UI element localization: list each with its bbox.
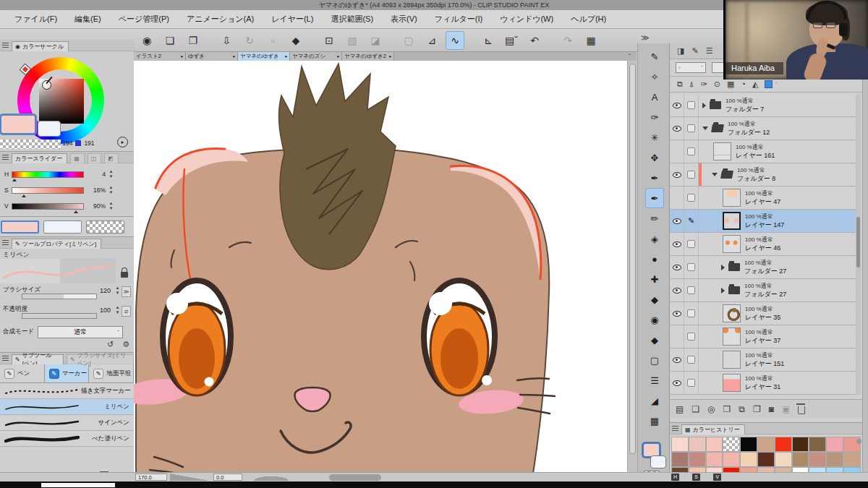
color-history-swatch[interactable] [792,452,809,467]
tool-button[interactable]: ◈ [645,228,664,249]
blend-mode-select[interactable]: 通常 ˇ [38,326,123,338]
color-history-swatch[interactable] [723,437,740,452]
tool-button[interactable]: ▦ [645,411,664,431]
color-history-swatch[interactable] [706,437,723,452]
wrench-icon[interactable]: ⚙ [122,340,129,349]
layer-header-icon[interactable]: ⊙ [714,80,720,89]
brush-size-stepper[interactable]: ▲▼ [114,286,121,295]
layer-row[interactable]: ✎ 100 %通常 レイヤー 35 [670,302,856,325]
layer-row[interactable]: ✎ 100 %通常 フォルダー 27 [670,279,856,302]
document-tab[interactable]: イラスト2 ● [134,52,186,61]
toolbar-button-icon[interactable]: ↻ [240,31,259,50]
transparent-swatch[interactable] [86,221,124,234]
tab-brush-size[interactable]: ✎ ブラシサイズ[ミリペン] [67,354,134,364]
layer-row[interactable]: ✎ 100 %通常 レイヤー 31 [670,372,856,395]
layer-check-cell[interactable]: ✎ [684,140,699,163]
layer-row[interactable]: ✎ 100 %通常 フォルダー 27 [670,256,856,279]
folder-chevron-icon[interactable] [712,173,718,176]
toolbar-button-icon[interactable]: ▧ [343,31,362,50]
tab-color-circle[interactable]: ◉ カラーサークル [12,41,69,51]
color-history-swatch[interactable] [671,452,689,467]
visibility-toggle[interactable] [670,210,684,232]
drawing-canvas[interactable] [134,61,627,474]
tab-approximate-color-icon[interactable]: ◩ [104,153,119,163]
toolbar-button-icon[interactable]: ⊾ [479,31,498,50]
layer-header-icon[interactable]: ⧉ [677,80,683,89]
tab-color-slider[interactable]: カラースライダー [12,153,67,163]
layer-action-icon[interactable]: ❐ [753,404,761,414]
tab-sub-tool[interactable]: ✎ サブツール[ペン] [12,354,64,364]
visibility-toggle[interactable] [670,187,684,209]
hue-slider[interactable] [12,171,84,178]
tab-color-history[interactable]: ▦ カラーヒストリー [681,424,745,435]
tool-button[interactable]: A [645,87,664,107]
visibility-toggle[interactable] [670,279,684,301]
visibility-toggle[interactable] [670,163,684,186]
visibility-toggle[interactable] [670,140,684,163]
layer-header-icon[interactable]: ◭ [752,80,758,89]
layer-check-cell[interactable]: ✎ [684,302,699,325]
toolbar-button-icon[interactable]: ◪ [366,31,385,50]
layer-check-cell[interactable]: ✎ [684,94,699,116]
color-history-swatch[interactable] [843,452,861,467]
lock-icon[interactable] [121,272,128,278]
folder-chevron-icon[interactable] [702,103,706,108]
toolbar-button-icon[interactable]: ◆ [286,31,305,50]
search-layer-icon[interactable]: ☰ [706,46,713,56]
toolbar-button-icon[interactable]: ▤ˇ [502,31,521,50]
tool-button[interactable]: ✒ [645,188,664,208]
visibility-toggle[interactable] [670,302,684,325]
menu-item[interactable]: ウィンドウ(W) [493,12,561,27]
layer-blend-select[interactable]: ▫ˇ [676,62,706,73]
color-history-swatch[interactable] [809,452,826,467]
toolbar-button-icon[interactable]: ∿ [446,31,464,50]
menu-item[interactable]: 編集(E) [67,12,109,27]
layer-check-cell[interactable]: ✎ [684,348,699,371]
toolbar-button-icon[interactable]: ⊿ [422,31,441,50]
document-tab[interactable]: ゆずき ● [186,52,238,61]
brush-list-item[interactable]: 描き文字マーカー [0,383,134,399]
saturation-slider[interactable] [12,187,84,194]
document-tab[interactable]: ヤマネのズシ ● [290,52,342,61]
hue-stepper[interactable]: ▲▼ [108,170,114,179]
zoom-value[interactable]: 170.0 [135,474,167,481]
delete-layer-icon[interactable] [798,406,805,414]
tab-color-set-icon[interactable]: ▦ [70,153,85,163]
tool-button[interactable]: ◢ [645,390,664,411]
opacity-value[interactable]: 100 [100,307,111,314]
layer-check-cell[interactable]: ✎ [684,256,699,278]
tool-button[interactable]: ◆ [645,289,664,309]
color-history-swatch[interactable] [826,452,843,467]
layer-action-icon[interactable]: ▤ [676,404,684,414]
color-history-swatch[interactable] [689,452,706,467]
brush-list-item[interactable]: べた塗りペン [0,431,134,447]
layer-action-icon[interactable]: ◙ [769,404,774,414]
canvas-vertical-scrollbar[interactable] [627,61,637,474]
menu-item[interactable]: アニメーション(A) [179,12,261,27]
layer-check-cell[interactable]: ✎ [684,163,699,186]
layer-action-icon[interactable]: ⧉ [739,404,745,414]
toolbar-button-icon[interactable]: ❏ [161,31,179,50]
hsv-mini-label[interactable]: V [713,474,721,481]
layer-header-icon[interactable]: ✑ [700,80,707,89]
layer-check-cell[interactable]: ✎ [684,372,699,394]
color-history-swatch[interactable] [809,437,826,452]
tab-intermediate-color-icon[interactable]: ◫ [88,153,102,163]
layer-row[interactable]: ✎ 100 %通常 レイヤー 37 [670,325,856,348]
layer-action-icon[interactable]: ◎ [707,404,715,414]
folder-chevron-icon[interactable] [721,265,725,270]
brush-list-item[interactable]: ミリペン [0,399,134,415]
visibility-toggle[interactable] [670,348,684,371]
brush-size-value[interactable]: 120 [100,287,111,294]
toolbar-button-icon[interactable]: ▦ [582,31,600,50]
layer-row[interactable]: ✎ 100 %通常 フォルダー 8 [670,163,856,187]
color-history-swatch[interactable] [757,437,775,452]
menu-item[interactable]: レイヤー(L) [264,12,320,27]
tool-button[interactable]: ▢ [645,350,664,370]
hue-value[interactable]: 4 [87,171,106,178]
menu-item[interactable]: ヘルプ(H) [563,12,613,27]
panel-menu-icon[interactable] [2,43,9,48]
toolbar-button-icon[interactable]: ▫ [263,31,282,50]
layer-action-icon[interactable]: ❒ [723,404,731,414]
layer-header-icon[interactable]: ▦ [727,80,734,89]
